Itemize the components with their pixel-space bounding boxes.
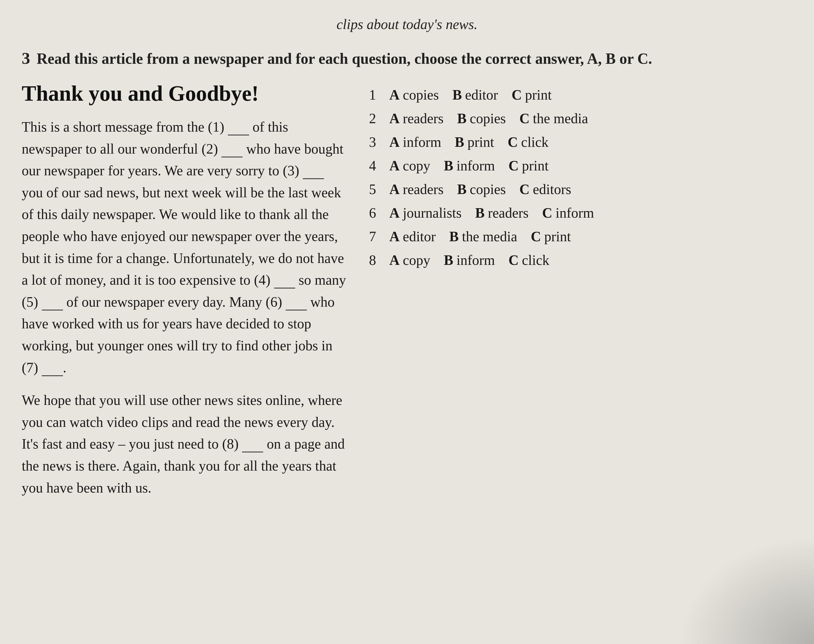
question-options-4: AcopyBinformCprint xyxy=(389,158,792,174)
question-row-3: 3AinformBprintCclick xyxy=(369,134,792,150)
option-letter-4-A: A xyxy=(389,158,400,174)
question-7-option-B[interactable]: Bthe media xyxy=(449,228,517,245)
question-6-option-A[interactable]: Ajournalists xyxy=(389,205,461,221)
option-letter-3-B: B xyxy=(455,134,464,150)
blank-2 xyxy=(221,141,242,157)
option-text-1-A: copies xyxy=(403,87,439,103)
section-header: 3 Read this article from a newspaper and… xyxy=(22,49,792,68)
option-text-2-C: the media xyxy=(533,110,588,126)
option-text-5-B: copies xyxy=(470,181,506,197)
question-1-option-C[interactable]: Cprint xyxy=(512,87,552,103)
option-text-7-B: the media xyxy=(462,228,517,245)
option-text-3-A: inform xyxy=(403,134,441,150)
option-text-5-A: readers xyxy=(403,181,444,197)
blank-1 xyxy=(228,119,249,135)
blank-6 xyxy=(286,294,307,310)
question-6-option-C[interactable]: Cinform xyxy=(542,205,594,221)
question-2-option-C[interactable]: Cthe media xyxy=(519,110,588,126)
question-options-2: AreadersBcopiesCthe media xyxy=(389,110,792,126)
question-row-5: 5AreadersBcopiesCeditors xyxy=(369,181,792,197)
question-2-option-A[interactable]: Areaders xyxy=(389,110,444,126)
question-row-4: 4AcopyBinformCprint xyxy=(369,158,792,174)
question-4-option-A[interactable]: Acopy xyxy=(389,158,430,174)
option-letter-2-B: B xyxy=(457,110,467,126)
option-letter-8-B: B xyxy=(444,252,454,268)
option-text-6-B: readers xyxy=(488,205,529,221)
question-5-option-C[interactable]: Ceditors xyxy=(519,181,571,197)
option-text-6-A: journalists xyxy=(403,205,462,221)
option-text-3-C: click xyxy=(521,134,549,150)
question-3-option-A[interactable]: Ainform xyxy=(389,134,441,150)
question-row-6: 6AjournalistsBreadersCinform xyxy=(369,205,792,221)
top-instruction-text: clips about today's news. xyxy=(336,17,478,32)
questions-table: 1AcopiesBeditorCprint2AreadersBcopiesCth… xyxy=(369,87,792,268)
question-1-option-A[interactable]: Acopies xyxy=(389,87,439,103)
question-row-8: 8AcopyBinformCclick xyxy=(369,252,792,268)
question-8-option-B[interactable]: Binform xyxy=(444,252,495,268)
question-4-option-B[interactable]: Binform xyxy=(444,158,495,174)
question-row-7: 7AeditorBthe mediaCprint xyxy=(369,228,792,245)
option-text-3-B: print xyxy=(468,134,494,150)
question-3-option-C[interactable]: Cclick xyxy=(507,134,549,150)
article-body: This is a short message from the (1) of … xyxy=(22,116,347,499)
blank-4 xyxy=(274,272,295,288)
blank-5 xyxy=(42,294,63,310)
option-letter-5-A: A xyxy=(389,181,400,197)
option-letter-1-C: C xyxy=(512,87,522,103)
option-letter-4-B: B xyxy=(444,158,454,174)
option-text-7-A: editor xyxy=(403,228,436,245)
question-number-7: 7 xyxy=(369,228,384,245)
question-options-6: AjournalistsBreadersCinform xyxy=(389,205,792,221)
article-section: Thank you and Goodbye! This is a short m… xyxy=(22,81,347,510)
question-row-1: 1AcopiesBeditorCprint xyxy=(369,87,792,103)
question-3-option-B[interactable]: Bprint xyxy=(455,134,494,150)
section-number: 3 xyxy=(22,49,30,67)
option-letter-7-C: C xyxy=(531,228,541,245)
questions-section: 1AcopiesBeditorCprint2AreadersBcopiesCth… xyxy=(369,81,792,276)
question-5-option-A[interactable]: Areaders xyxy=(389,181,444,197)
question-2-option-B[interactable]: Bcopies xyxy=(457,110,506,126)
question-options-7: AeditorBthe mediaCprint xyxy=(389,228,792,245)
option-letter-4-C: C xyxy=(509,158,519,174)
top-instruction: clips about today's news. xyxy=(22,16,792,32)
option-text-4-C: print xyxy=(522,158,548,174)
question-number-6: 6 xyxy=(369,205,384,221)
question-8-option-A[interactable]: Acopy xyxy=(389,252,430,268)
option-letter-1-A: A xyxy=(389,87,400,103)
option-letter-7-A: A xyxy=(389,228,400,245)
question-number-4: 4 xyxy=(369,158,384,174)
question-options-5: AreadersBcopiesCeditors xyxy=(389,181,792,197)
question-7-option-C[interactable]: Cprint xyxy=(531,228,571,245)
question-7-option-A[interactable]: Aeditor xyxy=(389,228,436,245)
option-text-8-B: inform xyxy=(456,252,495,268)
option-text-6-C: inform xyxy=(556,205,594,221)
blank-3 xyxy=(303,163,324,179)
option-letter-6-A: A xyxy=(389,205,400,221)
option-text-8-C: click xyxy=(522,252,549,268)
question-number-1: 1 xyxy=(369,87,384,103)
question-4-option-C[interactable]: Cprint xyxy=(509,158,549,174)
option-text-7-C: print xyxy=(544,228,571,245)
option-letter-5-B: B xyxy=(457,181,467,197)
article-title: Thank you and Goodbye! xyxy=(22,81,347,105)
option-text-5-C: editors xyxy=(533,181,572,197)
option-letter-1-B: B xyxy=(452,87,462,103)
option-letter-2-A: A xyxy=(389,110,400,126)
question-6-option-B[interactable]: Breaders xyxy=(475,205,529,221)
blank-7 xyxy=(42,360,63,376)
option-letter-8-A: A xyxy=(389,252,400,268)
option-text-4-B: inform xyxy=(456,158,495,174)
option-letter-2-C: C xyxy=(519,110,530,126)
option-text-1-B: editor xyxy=(465,87,498,103)
option-text-4-A: copy xyxy=(403,158,430,174)
question-8-option-C[interactable]: Cclick xyxy=(509,252,549,268)
option-letter-3-A: A xyxy=(389,134,400,150)
option-letter-5-C: C xyxy=(519,181,530,197)
question-row-2: 2AreadersBcopiesCthe media xyxy=(369,110,792,126)
question-1-option-B[interactable]: Beditor xyxy=(452,87,498,103)
question-number-8: 8 xyxy=(369,252,384,268)
page-container: clips about today's news. 3 Read this ar… xyxy=(0,0,814,644)
question-5-option-B[interactable]: Bcopies xyxy=(457,181,506,197)
option-letter-7-B: B xyxy=(449,228,459,245)
article-paragraph2: We hope that you will use other news sit… xyxy=(22,389,347,499)
